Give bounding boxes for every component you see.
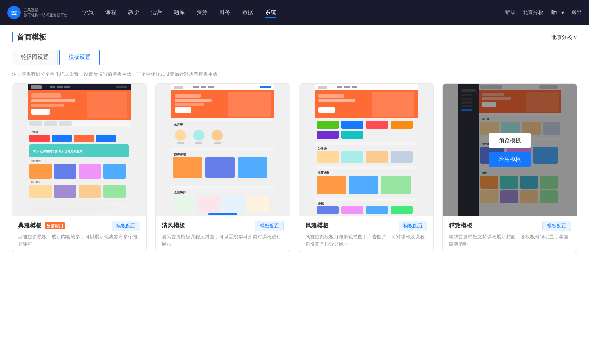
nav-right: 帮助北京分校lijt01▾退出: [505, 9, 582, 16]
apply-button-qingfeng[interactable]: 应用模板: [201, 152, 244, 167]
current-badge-dianyan: 当前应用: [45, 222, 65, 229]
logo-text: 云朵设堂 教育机构一站式服务云平台: [24, 8, 68, 17]
nav-right-帮助[interactable]: 帮助: [505, 9, 515, 16]
nav-right-lijt01▾[interactable]: lijt01▾: [551, 10, 564, 15]
preview-button-fengya[interactable]: 预览模板: [345, 133, 388, 148]
tabs-container: 轮播图设置模板设置: [0, 42, 589, 65]
navbar: 云 云朵设堂 教育机构一站式服务云平台 学员课程教学运营题库资源财务数据系统 帮…: [0, 0, 589, 25]
template-card-dianyan: 优惠券 30天 让你摆脱平面 知识使你更有魅力 推荐课程 职业教育: [12, 83, 147, 252]
tab-模板设置[interactable]: 模板设置: [59, 50, 100, 65]
page-header: 首页模板 北京分校 ∨: [0, 25, 589, 42]
template-card-fengya: 公开课 推荐课程 课程 预览模板应用模板风雅模板模: [299, 83, 434, 252]
logo-icon: 云: [7, 6, 21, 19]
nav-item-运营[interactable]: 运营: [151, 7, 162, 18]
template-name-row-jingzhi: 精致模板模板配置: [449, 221, 571, 231]
config-button-fengya[interactable]: 模板配置: [399, 221, 427, 231]
tab-轮播图设置[interactable]: 轮播图设置: [12, 50, 58, 65]
nav-item-财务[interactable]: 财务: [219, 7, 230, 18]
branch-selector[interactable]: 北京分校 ∨: [551, 34, 577, 41]
template-name-row-qingfeng: 清风模板模板配置: [162, 221, 284, 231]
preview-overlay-jingzhi: 预览模板应用模板: [443, 84, 577, 216]
config-button-qingfeng[interactable]: 模板配置: [255, 221, 284, 231]
apply-button-fengya[interactable]: 应用模板: [345, 152, 388, 167]
config-button-dianyan[interactable]: 模板配置: [112, 221, 140, 231]
nav-item-教学[interactable]: 教学: [128, 7, 139, 18]
preview-button-dianyan[interactable]: 预览模板: [58, 133, 100, 148]
preview-button-jingzhi[interactable]: 预览模板: [489, 133, 531, 148]
nav-item-题库[interactable]: 题库: [174, 7, 185, 18]
template-name-row-dianyan: 典雅模板当前应用模板配置: [18, 221, 140, 231]
main-content: 首页模板 北京分校 ∨ 轮播图设置模板设置 注：模板有部分个性化样式设置，设置后…: [0, 25, 589, 364]
template-preview-dianyan[interactable]: 优惠券 30天 让你摆脱平面 知识使你更有魅力 推荐课程 职业教育: [12, 84, 146, 216]
template-desc-fengya: 风雅首页模板可添加轮播图下广告图片，可对课程及课程包设置学科分类展示: [305, 233, 427, 247]
apply-button-jingzhi[interactable]: 应用模板: [489, 152, 531, 167]
template-name-label-dianyan: 典雅模板当前应用: [18, 222, 65, 230]
template-desc-qingfeng: 清风首页模板课程无封面，可设置按学科分类对课程进行展示: [162, 233, 284, 247]
nav-item-课程[interactable]: 课程: [105, 7, 116, 18]
apply-button-dianyan[interactable]: 应用模板: [58, 152, 100, 167]
template-card-jingzhi: 公开课 推荐课程 课程: [442, 83, 577, 252]
nav-menu: 学员课程教学运营题库资源财务数据系统: [82, 7, 505, 18]
template-info-jingzhi: 精致模板模板配置精致首页模板支持课程展示封面，各模板分隔明显，界面简洁清晰: [443, 216, 577, 252]
template-name-row-fengya: 风雅模板模板配置: [305, 221, 427, 231]
template-preview-fengya[interactable]: 公开课 推荐课程 课程 预览模板应用模板: [299, 84, 433, 216]
templates-grid: 优惠券 30天 让你摆脱平面 知识使你更有魅力 推荐课程 职业教育: [0, 83, 589, 267]
config-button-jingzhi[interactable]: 模板配置: [542, 221, 571, 231]
nav-right-北京分校[interactable]: 北京分校: [523, 9, 543, 16]
template-info-qingfeng: 清风模板模板配置清风首页模板课程无封面，可设置按学科分类对课程进行展示: [156, 216, 290, 252]
nav-item-学员[interactable]: 学员: [82, 7, 94, 18]
page-title: 首页模板: [12, 32, 46, 42]
note-text: 注：模板有部分个性化样式设置，设置后仅当前模板生效；非个性化样式设置后针对所有模…: [0, 65, 589, 83]
template-preview-qingfeng[interactable]: 公开课 推荐课程 全国讲师: [156, 84, 290, 216]
nav-item-系统[interactable]: 系统: [265, 7, 276, 18]
preview-button-qingfeng[interactable]: 预览模板: [201, 133, 244, 148]
template-card-qingfeng: 公开课 推荐课程 全国讲师: [155, 83, 290, 252]
nav-item-资源[interactable]: 资源: [197, 7, 208, 18]
template-info-fengya: 风雅模板模板配置风雅首页模板可添加轮播图下广告图片，可对课程及课程包设置学科分类…: [299, 216, 433, 252]
template-desc-jingzhi: 精致首页模板支持课程展示封面，各模板分隔明显，界面简洁清晰: [449, 233, 571, 247]
logo: 云 云朵设堂 教育机构一站式服务云平台: [7, 6, 68, 19]
template-name-label-jingzhi: 精致模板: [449, 222, 472, 230]
nav-right-退出[interactable]: 退出: [571, 9, 582, 16]
nav-item-数据[interactable]: 数据: [242, 7, 253, 18]
template-name-label-fengya: 风雅模板: [305, 222, 329, 230]
template-name-label-qingfeng: 清风模板: [162, 222, 185, 230]
template-preview-jingzhi[interactable]: 公开课 推荐课程 课程: [443, 84, 577, 216]
template-desc-dianyan: 典雅首页模板，展示内容较多，可以展示优惠券和多个推荐课程: [18, 233, 140, 247]
template-info-dianyan: 典雅模板当前应用模板配置典雅首页模板，展示内容较多，可以展示优惠券和多个推荐课程: [12, 216, 146, 252]
